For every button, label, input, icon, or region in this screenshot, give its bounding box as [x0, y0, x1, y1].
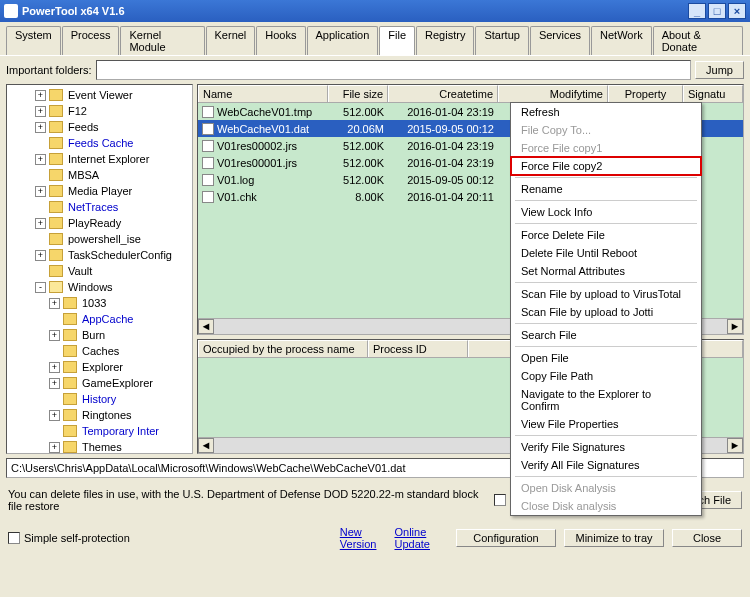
tree-node[interactable]: -Windows: [7, 279, 192, 295]
tree-node[interactable]: +Event Viewer: [7, 87, 192, 103]
menu-item[interactable]: Refresh: [511, 103, 701, 121]
expand-icon[interactable]: +: [35, 250, 46, 261]
folder-tree[interactable]: +Event Viewer+F12+FeedsFeeds Cache+Inter…: [6, 84, 193, 454]
tree-node[interactable]: +1033: [7, 295, 192, 311]
folder-icon: [63, 297, 77, 309]
tree-node[interactable]: +PlayReady: [7, 215, 192, 231]
tab-hooks[interactable]: Hooks: [256, 26, 305, 55]
menu-item[interactable]: Set Normal Attributes: [511, 262, 701, 280]
tab-application[interactable]: Application: [307, 26, 379, 55]
expand-icon[interactable]: +: [35, 90, 46, 101]
col-header[interactable]: Modifytime: [498, 85, 608, 102]
tree-node[interactable]: AppCache: [7, 311, 192, 327]
maximize-icon[interactable]: □: [708, 3, 726, 19]
expand-icon[interactable]: +: [35, 186, 46, 197]
tree-node[interactable]: +Media Player: [7, 183, 192, 199]
expand-icon[interactable]: +: [49, 362, 60, 373]
file-icon: [202, 191, 214, 203]
tree-node[interactable]: Temporary Inter: [7, 423, 192, 439]
tab-network[interactable]: NetWork: [591, 26, 652, 55]
minimize-icon[interactable]: _: [688, 3, 706, 19]
expand-icon[interactable]: +: [49, 330, 60, 341]
expand-icon[interactable]: +: [35, 154, 46, 165]
tree-node[interactable]: Caches: [7, 343, 192, 359]
tab-kernel-module[interactable]: Kernel Module: [120, 26, 204, 55]
tree-node[interactable]: +Ringtones: [7, 407, 192, 423]
menu-item[interactable]: Force Delete File: [511, 226, 701, 244]
expand-icon[interactable]: -: [35, 282, 46, 293]
tree-node[interactable]: +F12: [7, 103, 192, 119]
scroll-right-icon[interactable]: ►: [727, 438, 743, 453]
menu-item[interactable]: Force File copy2: [511, 157, 701, 175]
tree-node[interactable]: NetTraces: [7, 199, 192, 215]
jump-button[interactable]: Jump: [695, 61, 744, 79]
tree-node[interactable]: powershell_ise: [7, 231, 192, 247]
menu-item[interactable]: Rename: [511, 180, 701, 198]
menu-item[interactable]: View Lock Info: [511, 203, 701, 221]
expand-icon[interactable]: +: [49, 410, 60, 421]
expand-icon[interactable]: +: [35, 122, 46, 133]
tree-node[interactable]: +TaskSchedulerConfig: [7, 247, 192, 263]
expand-icon[interactable]: +: [49, 298, 60, 309]
col-header[interactable]: Name: [198, 85, 328, 102]
scroll-left-icon[interactable]: ◄: [198, 438, 214, 453]
simple-self-protection-checkbox[interactable]: Simple self-protection: [8, 532, 130, 544]
tree-node[interactable]: +Themes: [7, 439, 192, 454]
tree-node[interactable]: MBSA: [7, 167, 192, 183]
tree-node[interactable]: +Feeds: [7, 119, 192, 135]
tab-process[interactable]: Process: [62, 26, 120, 55]
tab-kernel[interactable]: Kernel: [206, 26, 256, 55]
menu-item[interactable]: Verify File Signatures: [511, 438, 701, 456]
tab-services[interactable]: Services: [530, 26, 590, 55]
close-button[interactable]: Close: [672, 529, 742, 547]
expand-icon[interactable]: +: [49, 378, 60, 389]
tree-node[interactable]: Feeds Cache: [7, 135, 192, 151]
folder-icon: [63, 329, 77, 341]
tree-node[interactable]: +Burn: [7, 327, 192, 343]
expand-icon[interactable]: +: [49, 442, 60, 453]
menu-item[interactable]: Search File: [511, 326, 701, 344]
tree-node[interactable]: +GameExplorer: [7, 375, 192, 391]
tab-about-donate[interactable]: About & Donate: [653, 26, 743, 55]
file-icon: [202, 123, 214, 135]
col-header[interactable]: Property: [608, 85, 683, 102]
new-version-link[interactable]: NewVersion: [340, 526, 377, 550]
col-process-name[interactable]: Occupied by the process name: [198, 340, 368, 357]
tab-system[interactable]: System: [6, 26, 61, 55]
minimize-tray-button[interactable]: Minimize to tray: [564, 529, 664, 547]
tree-node[interactable]: History: [7, 391, 192, 407]
col-header[interactable]: Createtime: [388, 85, 498, 102]
folder-icon: [49, 169, 63, 181]
tree-label: Ringtones: [80, 409, 134, 421]
col-header[interactable]: Signatu: [683, 85, 743, 102]
online-update-link[interactable]: OnlineUpdate: [394, 526, 429, 550]
folder-combo[interactable]: [96, 60, 692, 80]
close-icon[interactable]: ×: [728, 3, 746, 19]
menu-item[interactable]: View File Properties: [511, 415, 701, 433]
tree-node[interactable]: Vault: [7, 263, 192, 279]
menu-item[interactable]: Delete File Until Reboot: [511, 244, 701, 262]
scroll-left-icon[interactable]: ◄: [198, 319, 214, 334]
menu-item[interactable]: Scan File by upload to VirusTotal: [511, 285, 701, 303]
tree-label: PlayReady: [66, 217, 123, 229]
col-header[interactable]: File size: [328, 85, 388, 102]
configuration-button[interactable]: Configuration: [456, 529, 556, 547]
file-icon: [202, 106, 214, 118]
tree-label: Feeds Cache: [66, 137, 135, 149]
menu-item[interactable]: Verify All File Signatures: [511, 456, 701, 474]
expand-icon[interactable]: +: [35, 106, 46, 117]
tab-registry[interactable]: Registry: [416, 26, 474, 55]
tree-node[interactable]: +Internet Explorer: [7, 151, 192, 167]
tree-node[interactable]: +Explorer: [7, 359, 192, 375]
tab-file[interactable]: File: [379, 26, 415, 55]
menu-item[interactable]: Copy File Path: [511, 367, 701, 385]
file-icon: [202, 140, 214, 152]
folder-icon: [49, 281, 63, 293]
col-process-id[interactable]: Process ID: [368, 340, 468, 357]
menu-item[interactable]: Scan File by upload to Jotti: [511, 303, 701, 321]
menu-item[interactable]: Navigate to the Explorer to Confirm: [511, 385, 701, 415]
scroll-right-icon[interactable]: ►: [727, 319, 743, 334]
expand-icon[interactable]: +: [35, 218, 46, 229]
menu-item[interactable]: Open File: [511, 349, 701, 367]
tab-startup[interactable]: Startup: [475, 26, 528, 55]
